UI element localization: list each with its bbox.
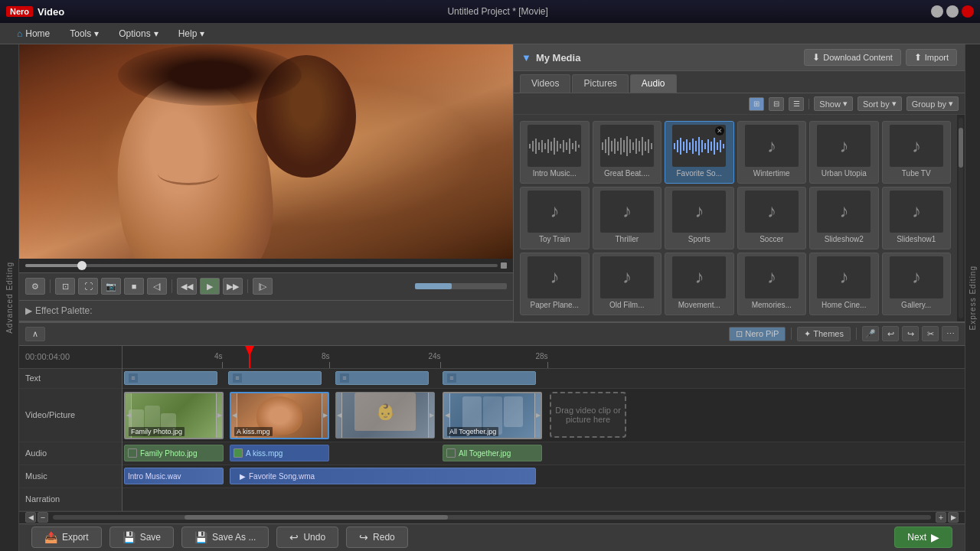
media-item-intro-music[interactable]: Intro Music... xyxy=(520,121,590,184)
media-item-soccer[interactable]: ♪ Soccer xyxy=(737,187,807,249)
tools-menu[interactable]: Tools ▾ xyxy=(60,25,108,42)
text-clip-end-1[interactable]: ≡ xyxy=(128,373,139,383)
media-item-tube-tv[interactable]: ♪ Tube TV xyxy=(882,121,952,184)
next-button[interactable]: Next ▶ xyxy=(894,527,952,548)
export-button[interactable]: 📤 Export xyxy=(31,527,102,548)
redo-tl-button[interactable]: ↪ xyxy=(902,326,919,341)
media-item-thriller[interactable]: ♪ Thriller xyxy=(593,187,662,249)
media-item-memories[interactable]: ♪ Memories... xyxy=(737,253,807,315)
video-clip-third[interactable]: ◀ 👶 ▶ xyxy=(335,392,435,439)
clip-handle-left-3[interactable]: ◀ xyxy=(336,393,342,438)
media-item-gallery[interactable]: ♪ Gallery... xyxy=(882,253,952,315)
fullscreen-button[interactable]: ⛶ xyxy=(78,278,98,295)
text-clip-2[interactable]: ≡ xyxy=(228,371,322,385)
audio-clip-together[interactable]: All Together.jpg xyxy=(443,445,542,461)
scroll-left-button[interactable]: ◀ xyxy=(25,512,36,523)
media-item-sports[interactable]: ♪ Sports xyxy=(665,187,734,249)
video-clip-family-photo[interactable]: ◀ Family Photo.jpg xyxy=(124,392,224,439)
undo-tl-button[interactable]: ↩ xyxy=(882,326,899,341)
media-item-great-beat[interactable]: Great Beat.... xyxy=(593,121,662,184)
settings-button[interactable]: ⚙ xyxy=(25,278,45,295)
fast-forward-button[interactable]: ▶▶ xyxy=(223,278,243,295)
undo-button[interactable]: ↩ Undo xyxy=(276,527,338,548)
sort-dropdown[interactable]: Sort by ▾ xyxy=(858,96,902,111)
text-clip-end-2[interactable]: ≡ xyxy=(232,373,243,383)
audio-clip-kiss[interactable]: A kiss.mpg xyxy=(230,445,329,461)
tab-pictures[interactable]: Pictures xyxy=(572,74,628,93)
scrubber-track[interactable] xyxy=(25,264,498,267)
media-item-slideshow2[interactable]: ♪ Slideshow2 xyxy=(809,187,879,249)
clip-handle-right-1[interactable]: ▶ xyxy=(216,393,222,438)
mark-in-button[interactable]: ◁| xyxy=(147,278,167,295)
text-clip-1[interactable]: ≡ xyxy=(124,371,217,385)
text-clip-end-3[interactable]: ≡ xyxy=(339,373,350,383)
media-item-favorite-song[interactable]: ✕ xyxy=(665,121,734,184)
import-button[interactable]: ⬆ Import xyxy=(906,49,957,66)
view-list-button[interactable]: ☰ xyxy=(789,97,804,111)
play-button[interactable]: ▶ xyxy=(200,278,220,295)
svg-rect-25 xyxy=(626,136,628,156)
text-clip-3[interactable]: ≡ xyxy=(335,371,429,385)
microphone-button[interactable]: 🎤 xyxy=(862,326,879,341)
text-clip-4[interactable]: ≡ xyxy=(443,371,536,385)
app-logo: Nero Video xyxy=(6,6,64,18)
clip-handle-right-4[interactable]: ▶ xyxy=(534,393,541,438)
view-small-grid-button[interactable]: ⊟ xyxy=(769,97,784,111)
video-clip-all-together[interactable]: ◀ All Together.jpg xyxy=(443,392,542,439)
group-dropdown[interactable]: Group by ▾ xyxy=(906,96,959,111)
clip-handle-right-3[interactable]: ▶ xyxy=(428,393,434,438)
scissors-button[interactable]: ✂ xyxy=(922,326,939,341)
scroll-right-button[interactable]: ▶ xyxy=(948,512,959,523)
media-item-slideshow1[interactable]: ♪ Slideshow1 xyxy=(882,187,952,249)
text-clip-end-4[interactable]: ≡ xyxy=(446,373,457,383)
media-item-urban-utopia[interactable]: ♪ Urban Utopia xyxy=(809,121,879,184)
zoom-in-button[interactable]: + xyxy=(936,512,946,523)
view-large-grid-button[interactable]: ⊞ xyxy=(749,97,764,111)
home-menu[interactable]: ⌂ Home xyxy=(8,25,59,42)
media-scrollbar[interactable] xyxy=(957,115,965,321)
volume-slider[interactable] xyxy=(415,283,507,289)
stop-button[interactable]: ■ xyxy=(124,278,144,295)
redo-button[interactable]: ↪ Redo xyxy=(346,527,408,548)
audio-checkbox-1[interactable] xyxy=(128,448,137,458)
media-item-wintertime[interactable]: ♪ Wintertime xyxy=(737,121,807,184)
snapshot-mode-button[interactable]: ⊡ xyxy=(55,278,75,295)
clip-handle-right-2[interactable]: ▶ xyxy=(322,393,328,438)
media-item-toy-train[interactable]: ♪ Toy Train xyxy=(520,187,590,249)
music-clip-favorite[interactable]: ▶ Favorite Song.wma xyxy=(230,468,536,484)
camera-button[interactable]: 📷 xyxy=(101,278,121,295)
save-button[interactable]: 💾 Save xyxy=(109,527,174,548)
zoom-out-button[interactable]: − xyxy=(38,512,48,523)
minimize-button[interactable] xyxy=(931,5,943,18)
music-clip-intro[interactable]: Intro Music.wav xyxy=(124,468,224,484)
save-as-button[interactable]: 💾 Save As ... xyxy=(181,527,269,548)
themes-button[interactable]: ✦ Themes xyxy=(797,327,851,341)
audio-checkbox-3[interactable] xyxy=(446,448,456,458)
tab-videos[interactable]: Videos xyxy=(520,74,570,93)
download-content-button[interactable]: ⬇ Download Content xyxy=(804,49,901,66)
timeline-scroll-thumb[interactable] xyxy=(185,515,448,520)
bottom-panel: ∧ ⊡ Nero PiP ✦ Themes 🎤 ↩ ↪ xyxy=(19,321,965,523)
media-item-movement[interactable]: ♪ Movement... xyxy=(665,253,734,315)
collapse-timeline-button[interactable]: ∧ xyxy=(25,327,45,341)
media-scroll-thumb[interactable] xyxy=(959,128,963,168)
video-clip-kiss[interactable]: ◀ A kiss.mpg ▶ xyxy=(230,392,329,439)
media-item-paper-plane[interactable]: ♪ Paper Plane... xyxy=(520,253,590,315)
options-menu[interactable]: Options ▾ xyxy=(109,25,167,42)
scrubber-thumb[interactable] xyxy=(77,261,87,270)
nero-pip-button[interactable]: ⊡ Nero PiP xyxy=(729,327,786,341)
media-item-home-cine[interactable]: ♪ Home Cine... xyxy=(809,253,879,315)
media-item-old-film[interactable]: ♪ Old Film... xyxy=(593,253,662,315)
maximize-button[interactable] xyxy=(946,5,959,18)
rewind-button[interactable]: ◀◀ xyxy=(177,278,197,295)
effect-palette-label[interactable]: Effect Palette: xyxy=(35,305,93,316)
show-dropdown[interactable]: Show ▾ xyxy=(814,96,853,111)
help-menu[interactable]: Help ▾ xyxy=(169,25,214,42)
audio-checkbox-2[interactable] xyxy=(234,448,243,458)
audio-clip-family[interactable]: Family Photo.jpg xyxy=(124,445,224,461)
close-button[interactable] xyxy=(962,5,974,18)
mark-out-button[interactable]: |▷ xyxy=(253,278,273,295)
audio-track-row: Family Photo.jpg A kiss.mpg All Together… xyxy=(122,442,965,465)
tab-audio[interactable]: Audio xyxy=(630,74,677,93)
more-options-button[interactable]: ⋯ xyxy=(942,326,959,341)
